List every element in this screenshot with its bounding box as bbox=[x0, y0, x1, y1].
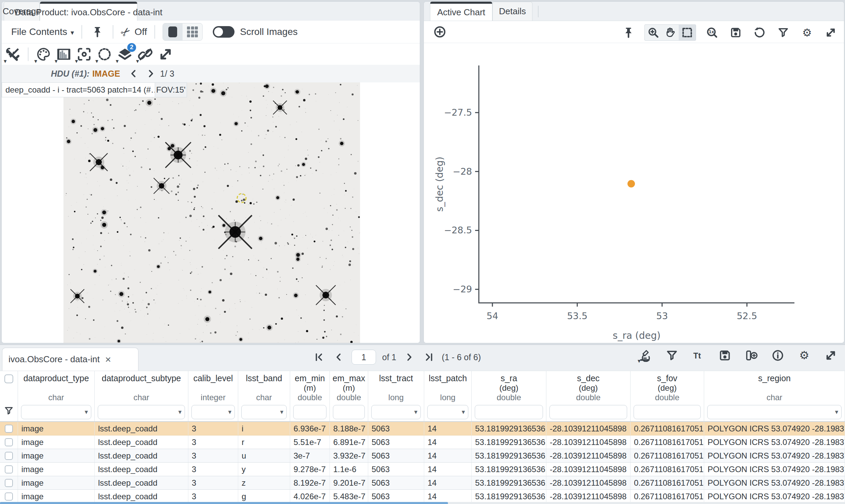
next-page-button[interactable] bbox=[404, 352, 415, 362]
pin-icon[interactable] bbox=[622, 26, 635, 39]
filter-icon[interactable] bbox=[666, 349, 679, 362]
zoom-in-button[interactable] bbox=[645, 25, 662, 40]
histogram-icon[interactable]: ▾ bbox=[56, 47, 72, 62]
filter-input-dataproduct_subtype[interactable]: ▾ bbox=[98, 405, 185, 419]
column-header-lsst_patch[interactable]: lsst_patchlong▾ bbox=[424, 371, 472, 421]
pin-button[interactable] bbox=[91, 26, 104, 38]
filter-input-lsst_band[interactable]: ▾ bbox=[241, 405, 287, 419]
tools-icon[interactable]: ▾ bbox=[5, 47, 21, 62]
horizontal-scrollbar[interactable] bbox=[0, 502, 845, 504]
info-icon[interactable] bbox=[771, 349, 784, 362]
scrollbar-thumb[interactable] bbox=[0, 502, 448, 504]
scatter-chart[interactable]: 5453.55352.5−27.5−28−28.5−29s_ra (deg)s_… bbox=[424, 43, 844, 343]
svg-text:s_ra (deg): s_ra (deg) bbox=[613, 330, 661, 341]
column-header-calib_level[interactable]: calib_levelinteger▾ bbox=[188, 371, 238, 421]
settings-icon[interactable]: ⚙ bbox=[798, 349, 811, 362]
column-header-lsst_tract[interactable]: lsst_tractlong▾ bbox=[368, 371, 424, 421]
column-unit bbox=[704, 383, 845, 393]
image-viewer[interactable]: deep_coadd - i - tract=5063 patch=14 (#…… bbox=[2, 83, 420, 343]
table-tab[interactable]: ivoa.ObsCore - data-int × bbox=[2, 348, 139, 371]
hdu-next-button[interactable] bbox=[146, 69, 155, 78]
restore-icon[interactable] bbox=[753, 26, 765, 39]
svg-text:1x: 1x bbox=[708, 30, 714, 34]
filter-input-lsst_tract[interactable]: ▾ bbox=[371, 405, 421, 419]
layers-icon[interactable]: ▾2 bbox=[117, 47, 133, 62]
tab-details[interactable]: Details bbox=[492, 2, 532, 21]
row-checkbox[interactable] bbox=[5, 438, 13, 446]
text-options-icon[interactable]: Tt bbox=[692, 349, 705, 362]
recenter-icon[interactable]: ▾ bbox=[76, 47, 92, 62]
column-type: char bbox=[18, 393, 94, 403]
table-row[interactable]: imagelsst.deep_coadd3z8.192e-79.201e-750… bbox=[0, 476, 845, 490]
column-header-em_min[interactable]: em_min(m)double bbox=[290, 371, 330, 421]
column-header-s_dec[interactable]: s_dec(deg)double bbox=[546, 371, 631, 421]
zoom-1x-icon[interactable]: 1x bbox=[706, 26, 718, 39]
table-row[interactable]: imagelsst.deep_coadd3u3e-73.932e-7506314… bbox=[0, 449, 845, 463]
cell-lsst_patch: 14 bbox=[424, 476, 472, 489]
scroll-images-toggle[interactable] bbox=[213, 26, 234, 38]
first-page-button[interactable] bbox=[314, 352, 324, 362]
cell-s_dec: -28.10391211045898 bbox=[546, 490, 631, 503]
palette-icon[interactable]: ▾ bbox=[36, 47, 51, 62]
expand-icon[interactable] bbox=[824, 349, 837, 362]
filter-input-s_fov[interactable] bbox=[634, 405, 701, 419]
filter-input-em_min[interactable] bbox=[293, 405, 327, 419]
tab-data-product[interactable]: Data Product: ivoa.ObsCore - data-int bbox=[40, 2, 138, 21]
chevron-down-icon: ▾ bbox=[136, 58, 139, 65]
tab-active-chart[interactable]: Active Chart bbox=[430, 2, 492, 21]
select-all-checkbox[interactable] bbox=[4, 375, 13, 383]
filter-input-lsst_patch[interactable]: ▾ bbox=[427, 405, 468, 419]
column-header-dataproduct_subtype[interactable]: dataproduct_subtypechar▾ bbox=[95, 371, 188, 421]
filter-icon[interactable] bbox=[777, 26, 789, 39]
settings-icon[interactable]: ⚙ bbox=[801, 26, 813, 39]
column-header-lsst_band[interactable]: lsst_bandchar▾ bbox=[238, 371, 290, 421]
unlink-icon[interactable]: ▾ bbox=[138, 47, 153, 62]
filter-input-em_max[interactable] bbox=[333, 405, 365, 419]
add-chart-button[interactable] bbox=[433, 25, 446, 39]
column-unit: (deg) bbox=[472, 383, 546, 393]
hdu-prev-button[interactable] bbox=[129, 69, 139, 78]
page-number-input[interactable] bbox=[352, 350, 376, 365]
row-checkbox-cell bbox=[0, 476, 18, 489]
chevron-down-icon: ▾ bbox=[71, 29, 74, 36]
grid-view-button[interactable] bbox=[182, 23, 202, 40]
column-header-s_fov[interactable]: s_fov(deg)double bbox=[631, 371, 704, 421]
single-view-button[interactable] bbox=[163, 23, 182, 40]
filter-input-s_ra[interactable] bbox=[475, 405, 543, 419]
save-icon[interactable] bbox=[729, 26, 742, 39]
column-header-s_region[interactable]: s_regionchar▾ bbox=[704, 371, 845, 421]
cell-s_ra: 53.18199291365361 bbox=[472, 449, 546, 462]
file-contents-dropdown[interactable]: File Contents▾ bbox=[11, 26, 74, 37]
prev-page-button[interactable] bbox=[334, 352, 344, 362]
column-header-dataproduct_type[interactable]: dataproduct_typechar▾ bbox=[18, 371, 95, 421]
expand-icon[interactable] bbox=[158, 47, 173, 62]
table-row[interactable]: imagelsst.deep_coadd3r5.51e-76.891e-7506… bbox=[0, 435, 845, 449]
row-checkbox[interactable] bbox=[5, 452, 13, 460]
row-checkbox[interactable] bbox=[5, 425, 13, 433]
add-column-icon[interactable] bbox=[745, 349, 758, 362]
pan-hand-button[interactable] bbox=[662, 25, 679, 40]
filter-input-calib_level[interactable]: ▾ bbox=[191, 405, 235, 419]
filter-input-dataproduct_type[interactable]: ▾ bbox=[21, 405, 91, 419]
region-circle-icon[interactable]: ▾ bbox=[97, 47, 112, 62]
row-checkbox[interactable] bbox=[5, 492, 13, 501]
close-icon[interactable]: × bbox=[105, 355, 111, 365]
table-row[interactable]: imagelsst.deep_coadd3i6.936e-78.188e-750… bbox=[0, 422, 845, 435]
select-area-button[interactable] bbox=[679, 25, 696, 40]
save-icon[interactable] bbox=[718, 349, 731, 362]
table-row[interactable]: imagelsst.deep_coadd3g4.026e-75.483e-750… bbox=[0, 490, 845, 503]
row-checkbox[interactable] bbox=[5, 479, 13, 487]
table-row[interactable]: imagelsst.deep_coadd3y9.278e-71.1e-65063… bbox=[0, 463, 845, 476]
last-page-button[interactable] bbox=[424, 352, 434, 362]
filter-input-s_dec[interactable] bbox=[549, 405, 627, 419]
row-checkbox[interactable] bbox=[5, 465, 13, 473]
sky-image[interactable] bbox=[64, 83, 360, 343]
expand-icon[interactable] bbox=[825, 26, 837, 39]
single-view-icon bbox=[168, 26, 177, 37]
row-checkbox-cell bbox=[0, 435, 18, 449]
filter-input-s_region[interactable]: ▾ bbox=[707, 405, 842, 419]
microscope-icon[interactable]: ▾ bbox=[639, 349, 652, 362]
column-header-s_ra[interactable]: s_ra(deg)double bbox=[472, 371, 546, 421]
column-header-em_max[interactable]: em_max(m)double bbox=[330, 371, 368, 421]
scissors-icon[interactable]: ✂ bbox=[118, 24, 134, 40]
